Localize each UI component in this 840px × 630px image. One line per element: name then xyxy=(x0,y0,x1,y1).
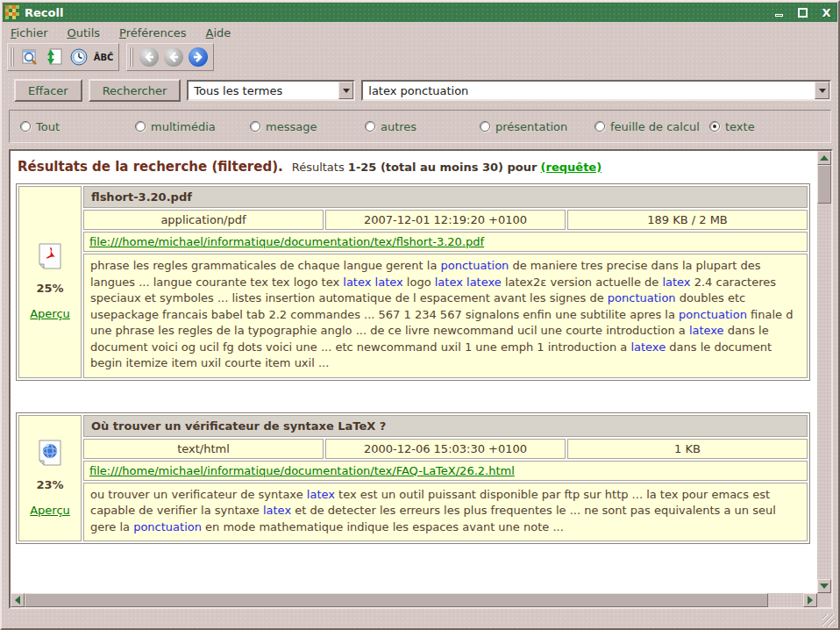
results-frame: Résultats de la recherche (filtered).Rés… xyxy=(9,149,833,609)
filter-feuille-de-calcul[interactable]: feuille de calcul xyxy=(594,120,709,133)
filter-tout[interactable]: Tout xyxy=(20,120,135,133)
toolbar-handle[interactable] xyxy=(129,47,133,67)
entry-url-row: file:///home/michael/informatique/docume… xyxy=(83,461,808,481)
search-mode-value: Tous les termes xyxy=(189,84,338,97)
radio-icon[interactable] xyxy=(250,121,260,132)
filter-message[interactable]: message xyxy=(250,120,365,133)
radio-icon[interactable] xyxy=(480,121,490,132)
sort-parameters-button[interactable] xyxy=(43,46,66,68)
term-explorer-button[interactable]: ÂBĈ xyxy=(92,46,115,68)
entry-date: 2007-12-01 12:19:20 +0100 xyxy=(325,210,566,230)
preview-link[interactable]: Aperçu xyxy=(30,504,70,517)
status-bar xyxy=(4,607,836,628)
filter-texte[interactable]: texte xyxy=(709,120,755,133)
search-button[interactable]: Rechercher xyxy=(89,79,182,102)
first-page-button[interactable] xyxy=(138,46,160,68)
next-page-button[interactable] xyxy=(187,46,210,68)
result-entry-1: 25% Aperçu flshort-3.20.pdf application/… xyxy=(16,183,810,381)
recoll-window: Recoll X Fichier Outils Préférences Aide xyxy=(0,0,840,630)
menu-fichier[interactable]: Fichier xyxy=(11,26,48,39)
clear-button[interactable]: Effacer xyxy=(14,79,82,102)
minimize-button[interactable] xyxy=(771,5,787,19)
entry-side-panel: 25% Aperçu xyxy=(18,186,82,378)
radio-icon[interactable] xyxy=(135,121,146,132)
category-filter-panel: Tout multimédia message autres présentat… xyxy=(9,110,831,143)
arrow-down-icon xyxy=(820,583,829,593)
entry-date: 2000-12-06 15:03:30 +0100 xyxy=(325,439,566,459)
query-combo xyxy=(361,80,831,101)
results-header: Résultats de la recherche (filtered).Rés… xyxy=(16,157,817,183)
title-bar[interactable]: Recoll X xyxy=(3,3,837,22)
previous-page-button[interactable] xyxy=(162,46,185,68)
menu-aide[interactable]: Aide xyxy=(206,26,231,39)
horizontal-scrollbar[interactable] xyxy=(11,593,817,607)
menu-preferences[interactable]: Préférences xyxy=(119,26,186,39)
arrow-left-icon xyxy=(11,596,20,605)
radio-icon[interactable] xyxy=(709,121,720,132)
toolbar-handle[interactable] xyxy=(10,47,14,67)
entry-size: 1 KB xyxy=(567,439,808,459)
entry-main: Où trouver un vérificateur de syntaxe La… xyxy=(83,415,808,542)
preview-link[interactable]: Aperçu xyxy=(30,307,70,320)
html-file-icon xyxy=(39,440,61,466)
maximize-icon xyxy=(798,8,808,18)
window-title: Recoll xyxy=(25,6,764,19)
relevance-percent: 23% xyxy=(36,478,63,491)
entry-url-link[interactable]: file:///home/michael/informatique/docume… xyxy=(89,235,484,248)
entry-url-link[interactable]: file:///home/michael/informatique/docume… xyxy=(89,464,515,477)
scroll-up-button[interactable] xyxy=(817,151,831,165)
advanced-search-icon xyxy=(20,47,39,67)
menu-bar: Fichier Outils Préférences Aide xyxy=(2,23,838,43)
filter-autres[interactable]: autres xyxy=(365,120,480,133)
radio-icon[interactable] xyxy=(20,121,31,132)
resize-grip[interactable] xyxy=(822,614,835,626)
filter-presentation[interactable]: présentation xyxy=(480,120,594,133)
entry-main: flshort-3.20.pdf application/pdf 2007-12… xyxy=(83,186,808,378)
sort-parameters-icon xyxy=(45,47,64,67)
radio-icon[interactable] xyxy=(594,121,605,132)
entry-size: 189 KB / 2 MB xyxy=(567,210,808,230)
relevance-percent: 25% xyxy=(36,282,63,295)
document-history-button[interactable] xyxy=(68,46,90,68)
horizontal-scroll-thumb[interactable] xyxy=(25,593,768,607)
vertical-scrollbar[interactable] xyxy=(817,151,831,593)
entry-title: flshort-3.20.pdf xyxy=(83,186,808,208)
entry-side-panel: 23% Aperçu xyxy=(18,415,82,542)
scroll-trough[interactable] xyxy=(768,593,803,607)
entry-url-row: file:///home/michael/informatique/docume… xyxy=(83,232,808,252)
app-icon xyxy=(5,5,19,19)
entry-title: Où trouver un vérificateur de syntaxe La… xyxy=(83,415,808,437)
query-link[interactable]: (requête) xyxy=(541,161,602,174)
chevron-down-icon[interactable] xyxy=(815,82,829,99)
close-button[interactable]: X xyxy=(818,5,835,19)
document-history-icon xyxy=(69,47,89,67)
radio-icon[interactable] xyxy=(365,121,375,132)
search-input[interactable] xyxy=(363,84,815,97)
scroll-right-button[interactable] xyxy=(803,593,817,607)
previous-page-icon xyxy=(139,47,159,67)
pdf-file-icon xyxy=(39,243,61,269)
scroll-left-button[interactable] xyxy=(11,593,25,607)
results-list: Résultats de la recherche (filtered).Rés… xyxy=(11,151,817,593)
search-row: Effacer Rechercher Tous les termes xyxy=(14,79,831,102)
toolbar-group-tools: ÂBĈ xyxy=(7,43,119,71)
vertical-scroll-thumb[interactable] xyxy=(817,165,831,204)
arrow-right-icon xyxy=(808,596,817,605)
entry-snippet: phrase les regles grammaticales de chaqu… xyxy=(83,254,808,378)
search-mode-select[interactable]: Tous les termes xyxy=(187,80,355,101)
toolbar: ÂBĈ xyxy=(2,43,838,71)
menu-outils[interactable]: Outils xyxy=(68,26,101,39)
toolbar-group-navigation xyxy=(126,43,214,71)
filter-multimedia[interactable]: multimédia xyxy=(135,120,250,133)
chevron-down-icon[interactable] xyxy=(338,82,353,99)
entry-meta-row: text/html 2000-12-06 15:03:30 +0100 1 KB xyxy=(83,439,808,459)
entry-snippet: ou trouver un verificateur de syntaxe la… xyxy=(83,483,808,542)
maximize-button[interactable] xyxy=(794,5,811,19)
entry-separator xyxy=(16,381,817,412)
entry-mime-type: text/html xyxy=(83,439,324,459)
advanced-search-button[interactable] xyxy=(18,46,41,68)
scroll-down-button[interactable] xyxy=(817,579,831,593)
close-icon: X xyxy=(822,8,830,18)
previous-page-icon xyxy=(164,47,183,67)
scrollbar-corner xyxy=(817,593,831,607)
